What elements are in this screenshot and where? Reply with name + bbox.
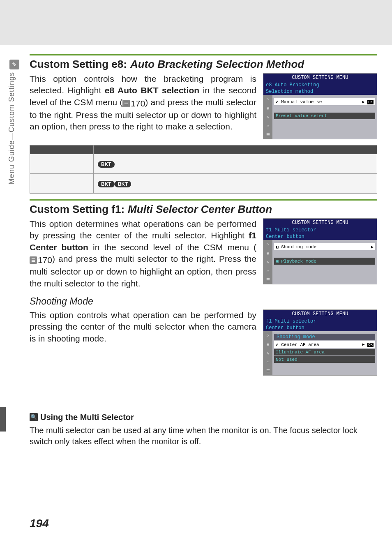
table-row: BKTBKT: [30, 174, 377, 194]
table-row: BKT: [30, 154, 377, 174]
table-cell-desc-preset: BKTBKT: [94, 174, 377, 194]
table-cell-option-preset: [30, 174, 94, 194]
pencil-icon: ✎: [9, 60, 19, 69]
heading-f1-title: Multi Selector Center Button: [128, 203, 272, 216]
menu-e8-row-manual: ✔ Manual value se▶ OK: [274, 98, 375, 105]
table-cell-desc-manual: BKT: [94, 154, 377, 174]
menu-e8-side-icons: ▷◉✎⌂☰: [263, 95, 272, 139]
tip-title-row: 🔍 Using the Multi Selector: [30, 413, 377, 423]
subheading-shooting-mode: Shooting Mode: [30, 296, 377, 307]
menu-preview-e8: CUSTOM SETTING MENU e8 Auto Bracketing S…: [263, 73, 377, 139]
menu-f1-side-icons: ▷◉✎⌂☰: [263, 240, 272, 284]
menu-e8-line1: e8 Auto Bracketing: [263, 82, 377, 88]
bkt-icon: BKT: [115, 181, 131, 187]
magnifier-icon: 🔍: [30, 413, 38, 421]
para-f1: This option determines what operations c…: [30, 218, 256, 289]
table-header-option: [30, 145, 94, 154]
side-tab-label: Menu Guide—Custom Settings: [7, 72, 16, 185]
menu-shooting-row-center: ✔ Center AF area▶ OK: [274, 341, 375, 348]
menu-e8-row-preset: Preset value select: [274, 113, 375, 119]
page-number: 194: [30, 517, 49, 530]
menu-f1-line1: f1 Multi selector: [263, 227, 377, 233]
menu-f1-row-playback: ▣ Playback mode: [274, 258, 375, 265]
para-shooting: This option controls what operation can …: [30, 309, 256, 344]
menu-e8-line2: Selection method: [263, 88, 377, 95]
menu-f1-title: CUSTOM SETTING MENU: [263, 219, 377, 227]
menu-preview-shooting: CUSTOM SETTING MENU f1 Multi selector Ce…: [263, 309, 377, 376]
top-gray-bar: [0, 0, 392, 45]
menu-shooting-row-illuminate: Illuminate AF area: [274, 349, 375, 355]
menu-shooting-section: Shooting mode: [274, 334, 375, 340]
tip-text: The multi selector can be used at any ti…: [30, 425, 377, 447]
bkt-icon: BKT: [98, 161, 115, 168]
para-e8: This option controls how the bracketing …: [30, 73, 256, 133]
heading-f1-prefix: Custom Setting f1:: [30, 203, 125, 216]
tip-title-text: Using the Multi Selector: [40, 413, 134, 422]
heading-e8: Custom Setting e8: Auto Bracketing Selec…: [30, 54, 377, 71]
menu-shooting-side-icons: ▷◉✎⌂☰: [263, 331, 272, 375]
heading-f1: Custom Setting f1: Multi Selector Center…: [30, 199, 377, 216]
tip-box: 🔍 Using the Multi Selector The multi sel…: [30, 413, 377, 447]
page-ref-icon: ☰ 170: [30, 254, 52, 266]
page-ref-icon: ☰ 170: [122, 98, 145, 109]
page-edge-marker: [0, 407, 6, 432]
bkt-icon: BKT: [98, 181, 115, 187]
heading-e8-prefix: Custom Setting e8:: [30, 58, 127, 71]
options-table-e8: BKT BKTBKT: [30, 145, 377, 194]
menu-preview-f1: CUSTOM SETTING MENU f1 Multi selector Ce…: [263, 218, 377, 284]
menu-f1-row-shooting: ◧ Shooting mode▶: [274, 243, 375, 250]
menu-shooting-title: CUSTOM SETTING MENU: [263, 310, 377, 318]
table-header-description: [94, 145, 377, 154]
page-side-tab: ✎ Menu Guide—Custom Settings: [7, 60, 21, 203]
menu-shooting-row-notused: Not used: [274, 356, 375, 363]
menu-f1-line2: Center button: [263, 233, 377, 240]
table-cell-option-manual: [30, 154, 94, 174]
menu-shooting-line2: Center button: [263, 325, 377, 331]
menu-shooting-line1: f1 Multi selector: [263, 318, 377, 325]
heading-e8-title: Auto Bracketing Selection Method: [130, 58, 304, 71]
menu-e8-title: CUSTOM SETTING MENU: [263, 74, 377, 82]
